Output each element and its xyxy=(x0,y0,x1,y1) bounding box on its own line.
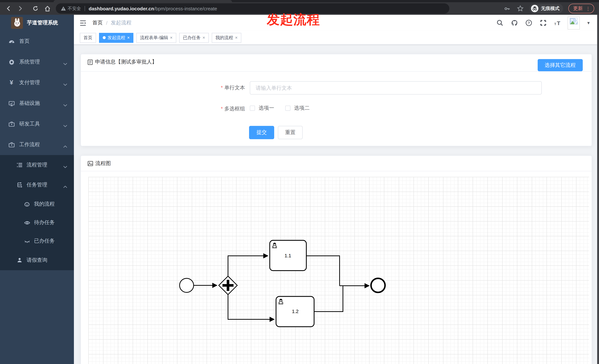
required-mark: * xyxy=(221,85,223,90)
dashboard-icon xyxy=(8,38,15,45)
sidebar-item-label: 系统管理 xyxy=(19,59,40,65)
tab-process-form-edit[interactable]: 流程表单-编辑× xyxy=(136,33,176,43)
sidebar-item-infra[interactable]: 基础设施 xyxy=(0,93,74,114)
browser-active-tab[interactable] xyxy=(53,0,232,2)
end-event xyxy=(371,278,385,292)
checkbox-option-2[interactable] xyxy=(285,106,291,111)
sidebar-item-workflow[interactable]: 工作流程 xyxy=(0,134,74,155)
sidebar-item-payment[interactable]: ¥ 支付管理 xyxy=(0,72,74,93)
sidebar-item-devtools[interactable]: 研发工具 xyxy=(0,114,74,134)
app-header: 首页 / 发起流程 ? TT ▼ xyxy=(74,15,599,31)
card-title: 流程图 xyxy=(88,160,111,167)
reset-button[interactable]: 重置 xyxy=(278,126,303,139)
image-icon xyxy=(88,161,93,166)
page-scrollbar[interactable] xyxy=(597,15,599,364)
user-icon xyxy=(16,257,23,263)
star-icon[interactable] xyxy=(516,4,524,13)
card-title: 申请信息【测试多审批人】 xyxy=(88,59,157,65)
task-1-2-label: 1.2 xyxy=(292,309,299,314)
font-size-icon[interactable]: TT xyxy=(553,18,562,27)
app-title: 芋道管理系统 xyxy=(27,20,58,26)
flow-gateway-to-task1 xyxy=(228,256,268,277)
incognito-badge: 无痕模式 xyxy=(529,4,563,13)
breadcrumb-separator: / xyxy=(106,20,107,26)
sidebar-item-system[interactable]: 系统管理 xyxy=(0,52,74,72)
incognito-icon xyxy=(531,5,538,12)
breadcrumb-current: 发起流程 xyxy=(111,20,132,26)
sidebar-item-label: 任务管理 xyxy=(26,182,47,188)
reload-icon[interactable] xyxy=(31,4,40,13)
checkbox-group-label: *多选框组 xyxy=(81,106,245,112)
select-other-process-button[interactable]: 选择其它流程 xyxy=(538,59,583,71)
checkbox-option-1[interactable] xyxy=(250,106,255,111)
card-divider xyxy=(81,171,592,171)
app-logo[interactable]: 芋道管理系统 xyxy=(0,15,74,31)
required-mark: * xyxy=(221,106,223,111)
help-icon[interactable]: ? xyxy=(524,18,533,27)
sidebar-item-my-process[interactable]: 我的流程 xyxy=(0,195,74,213)
url-divider xyxy=(85,6,85,11)
chevron-up-icon xyxy=(63,143,67,149)
list-icon xyxy=(16,162,23,168)
flow-task2-out xyxy=(314,286,343,312)
bpmn-diagram: 1.1 1.2 xyxy=(88,177,589,364)
close-icon[interactable]: × xyxy=(127,33,130,42)
active-tab-dot-icon xyxy=(103,36,106,39)
tab-my-process[interactable]: 我的流程× xyxy=(212,33,241,43)
home-icon[interactable] xyxy=(43,4,51,13)
sidebar-item-todo-tasks[interactable]: 待办任务 xyxy=(0,213,74,232)
bpmn-canvas[interactable]: 1.1 1.2 xyxy=(88,177,589,364)
key-icon[interactable] xyxy=(503,4,511,13)
github-icon[interactable] xyxy=(510,18,519,27)
flow-icon xyxy=(16,182,23,188)
more-dots-icon[interactable]: ⋮ xyxy=(586,6,590,11)
broken-image-icon xyxy=(570,18,578,24)
close-icon[interactable]: × xyxy=(170,33,173,42)
chevron-down-icon xyxy=(63,102,67,108)
sidebar-item-label: 首页 xyxy=(19,38,30,45)
sidebar-item-process-mgmt[interactable]: 流程管理 xyxy=(0,155,74,175)
submit-button[interactable]: 提交 xyxy=(249,126,274,139)
site-security[interactable]: 不安全 xyxy=(61,5,81,12)
sidebar-item-leave-query[interactable]: 请假查询 xyxy=(0,250,74,270)
tab-done-tasks[interactable]: 已办任务× xyxy=(179,33,209,43)
monitor-icon xyxy=(8,100,15,107)
url-path: /bpm/process-instance/create xyxy=(154,6,217,11)
sidebar-item-task-mgmt[interactable]: 任务管理 xyxy=(0,175,74,195)
url-bar[interactable]: 不安全 dashboard.yudao.iocoder.cn/bpm/proce… xyxy=(56,3,449,14)
close-icon[interactable]: × xyxy=(203,33,205,42)
checkbox-option-2-label[interactable]: 选项二 xyxy=(294,105,310,111)
sidebar-item-label: 研发工具 xyxy=(19,121,40,127)
chevron-down-icon xyxy=(63,163,67,169)
flow-task1-out xyxy=(306,256,340,286)
fullscreen-icon[interactable] xyxy=(539,18,548,27)
sidebar-item-home[interactable]: 首页 xyxy=(0,31,74,52)
tab-home[interactable]: 首页 xyxy=(80,33,96,43)
tab-start-process[interactable]: 发起流程× xyxy=(99,33,133,43)
start-event xyxy=(180,278,194,292)
page-annotation: 发起流程 xyxy=(267,11,320,28)
caret-down-icon[interactable]: ▼ xyxy=(586,21,590,25)
close-icon[interactable]: × xyxy=(235,33,238,42)
search-icon[interactable] xyxy=(495,18,504,27)
sidebar-collapse-icon[interactable] xyxy=(78,18,87,27)
avatar[interactable] xyxy=(568,17,580,29)
sidebar-submenu-workflow: 流程管理 任务管理 我的流程 待办任务 已办 xyxy=(0,155,74,270)
checkbox-option-1-label[interactable]: 选项一 xyxy=(259,105,274,111)
sidebar-item-done-tasks[interactable]: 已办任务 xyxy=(0,232,74,250)
sidebar: 芋道管理系统 首页 系统管理 ¥ 支付管理 基础设施 xyxy=(0,15,74,364)
forward-icon[interactable] xyxy=(16,4,24,13)
document-icon xyxy=(88,59,93,65)
svg-text:T: T xyxy=(554,22,556,26)
gear-icon xyxy=(8,59,15,65)
task-1-1-label: 1.1 xyxy=(284,253,291,258)
eye-open-icon xyxy=(24,219,30,226)
update-button[interactable]: 更新 ⋮ xyxy=(568,4,594,13)
single-line-text-input[interactable] xyxy=(250,81,542,94)
browser-tabstrip xyxy=(0,0,599,2)
back-icon[interactable] xyxy=(5,4,13,13)
sidebar-item-label: 支付管理 xyxy=(19,79,40,86)
sidebar-item-label: 基础设施 xyxy=(19,100,40,107)
breadcrumb-home[interactable]: 首页 xyxy=(92,20,103,26)
sidebar-item-label: 流程管理 xyxy=(26,162,47,168)
